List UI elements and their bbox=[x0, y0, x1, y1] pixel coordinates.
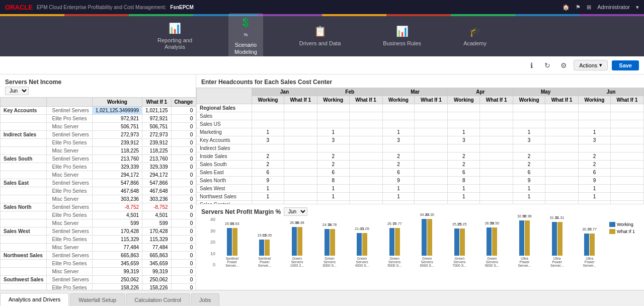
bar-working[interactable]: 31.31 bbox=[552, 222, 557, 256]
headcount-col-label bbox=[197, 88, 252, 104]
save-button[interactable]: Save bbox=[612, 60, 639, 70]
net-income-whatif: 972,921 bbox=[142, 115, 172, 123]
net-income-server: Sentinel Servers bbox=[47, 131, 92, 139]
net-income-server: Sentinel Servers bbox=[47, 276, 92, 284]
headcount-cell: 6 bbox=[579, 169, 611, 177]
headcount-cell: 1 bbox=[252, 128, 284, 136]
bar-whatif[interactable]: 26.99 bbox=[297, 227, 302, 256]
net-income-change: 0 bbox=[171, 195, 196, 203]
tab-analytics[interactable]: Analytics and Drivers bbox=[0, 293, 69, 306]
headcount-cell: 2 bbox=[448, 161, 480, 169]
bar-working[interactable]: 26.99 bbox=[292, 227, 297, 256]
headcount-cell bbox=[545, 136, 578, 144]
headcount-row-label: Indirect Sales bbox=[197, 144, 252, 152]
net-income-change: 0 bbox=[171, 203, 196, 211]
headcount-cell bbox=[610, 136, 643, 144]
headcount-section: Enter Headcounts for Each Sales Cost Cen… bbox=[196, 74, 644, 204]
sidebar-item-business[interactable]: 📊 Business Rules bbox=[377, 21, 427, 51]
net-income-whatif: -8,752 bbox=[142, 203, 172, 211]
bar-working[interactable]: 25.77 bbox=[389, 228, 394, 256]
tab-waterfall[interactable]: Waterfall Setup bbox=[70, 293, 125, 306]
bar-whatif[interactable]: 15.05 bbox=[265, 240, 270, 256]
headcount-cell bbox=[610, 177, 643, 185]
net-income-server: Misc Server bbox=[47, 244, 92, 252]
headcount-cell: 1 bbox=[513, 185, 545, 193]
headcount-cell bbox=[448, 104, 480, 112]
net-income-category: Southwest Sales bbox=[1, 276, 47, 284]
headcount-cell bbox=[349, 201, 382, 205]
refresh-icon[interactable]: ↻ bbox=[541, 59, 553, 71]
sidebar-item-academy[interactable]: 🎓 Academy bbox=[457, 21, 493, 51]
net-income-whatif: 115,329 bbox=[142, 236, 172, 244]
net-income-scroll[interactable]: Working What If 1 Change Key AccountsSen… bbox=[0, 97, 196, 290]
headcount-cell bbox=[284, 169, 317, 177]
actions-button[interactable]: Actions ▾ bbox=[574, 60, 608, 70]
bar-working[interactable]: 26.50 bbox=[487, 227, 492, 256]
tab-calculation[interactable]: Calculation Control bbox=[126, 293, 190, 306]
settings-icon[interactable]: ⚙ bbox=[557, 59, 570, 71]
bar-whatif[interactable]: 25.93 bbox=[232, 228, 237, 256]
month-feb: Feb bbox=[317, 88, 382, 96]
chart-y-axis: 40 30 20 10 0 bbox=[201, 217, 215, 267]
headcount-cell bbox=[415, 169, 448, 177]
net-income-category bbox=[1, 123, 47, 131]
grid-icon[interactable]: ⊞ bbox=[587, 4, 591, 11]
headcount-cell bbox=[382, 144, 415, 152]
bar-whatif[interactable]: 25.77 bbox=[395, 228, 400, 256]
bar-working[interactable]: 20.77 bbox=[584, 234, 589, 256]
bar-whatif[interactable]: 34.20 bbox=[427, 219, 432, 256]
bar-whatif[interactable]: 25.25 bbox=[460, 228, 465, 256]
net-income-server: Elite Pro Series bbox=[47, 163, 92, 171]
chart-bar-group: 26.5026.50GreenServers8000 S... bbox=[476, 227, 508, 267]
home-icon[interactable]: 🏠 bbox=[562, 4, 570, 11]
headcount-cell bbox=[545, 201, 578, 205]
chevron-down-icon[interactable]: ▾ bbox=[636, 4, 639, 11]
admin-label[interactable]: Administrator bbox=[597, 4, 630, 10]
headcount-cell bbox=[349, 161, 382, 169]
bar-whatif[interactable]: 31.31 bbox=[557, 222, 562, 256]
bar-working[interactable]: 25.25 bbox=[454, 228, 459, 256]
bar-working[interactable]: 32.96 bbox=[519, 220, 524, 256]
headcount-cell bbox=[448, 144, 480, 152]
business-icon: 📊 bbox=[396, 25, 409, 37]
chart-bar-group: 25.9325.93SentinelPowerServer... bbox=[216, 228, 248, 267]
chart-bar-group: 32.9632.96UltraPowerServer... bbox=[509, 220, 540, 267]
headcount-cell bbox=[545, 152, 578, 161]
net-income-working: 272,973 bbox=[92, 131, 142, 139]
info-icon[interactable]: ℹ bbox=[525, 59, 537, 71]
bar-working[interactable]: 24.78 bbox=[325, 229, 330, 256]
headcount-table: Jan Feb Mar Apr May Jun Working What If … bbox=[196, 88, 644, 204]
bar-working[interactable]: 34.20 bbox=[422, 219, 427, 256]
bar-working[interactable]: 15.05 bbox=[259, 240, 264, 256]
net-income-category: Northwest Sales bbox=[1, 252, 47, 260]
net-income-server: Misc Server bbox=[47, 219, 92, 227]
net-income-server: Elite Pro Series bbox=[47, 211, 92, 219]
sidebar-item-drivers[interactable]: 📋 Drivers and Data bbox=[293, 21, 347, 51]
bar-whatif[interactable]: 26.50 bbox=[492, 227, 497, 256]
headcount-row-label: Regional Sales bbox=[197, 104, 252, 112]
sidebar-item-reporting[interactable]: 📊 Reporting andAnalysis bbox=[151, 18, 198, 54]
headcount-cell bbox=[579, 201, 611, 205]
bar-working[interactable]: 21.05 bbox=[357, 233, 362, 256]
net-income-whatif: 250,062 bbox=[142, 276, 172, 284]
net-income-change: 0 bbox=[171, 115, 196, 123]
period-dropdown[interactable]: Jun bbox=[5, 87, 29, 95]
bar-whatif[interactable]: 24.78 bbox=[330, 229, 335, 256]
bar-whatif[interactable]: 21.05 bbox=[362, 233, 367, 256]
headcount-cell bbox=[382, 201, 415, 205]
mar-working: Working bbox=[382, 96, 415, 104]
net-income-server: Elite Pro Series bbox=[47, 284, 92, 290]
bar-whatif[interactable]: 20.77 bbox=[590, 234, 595, 256]
net-income-change: 0 bbox=[171, 260, 196, 268]
sidebar-item-scenario[interactable]: 💲% ScenarioModeling bbox=[228, 13, 263, 59]
bar-working[interactable]: 25.93 bbox=[227, 228, 232, 256]
headcount-cell bbox=[317, 144, 349, 152]
bar-whatif[interactable]: 32.96 bbox=[525, 220, 530, 256]
business-label: Business Rules bbox=[383, 40, 421, 47]
headcount-cell bbox=[610, 128, 643, 136]
net-income-server: Misc Server bbox=[47, 268, 92, 276]
flag-icon[interactable]: ⚑ bbox=[576, 4, 581, 11]
chart-period-dropdown[interactable]: Jun bbox=[284, 207, 307, 216]
tab-jobs[interactable]: Jobs bbox=[191, 293, 219, 306]
net-income-whatif: 170,428 bbox=[142, 227, 172, 236]
